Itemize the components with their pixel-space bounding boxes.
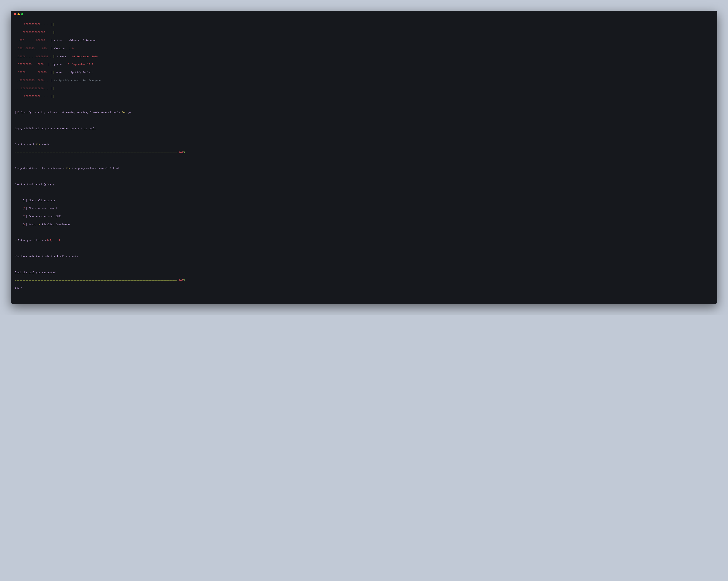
menu-item-2[interactable]: [2] Check account email: [15, 206, 713, 211]
minimize-icon[interactable]: [18, 13, 20, 16]
choice-prompt[interactable]: > Enter your choice (1-4) : 1: [15, 239, 713, 243]
name-label: Name :: [56, 71, 71, 74]
ascii-line-6: ..000000000,...0000.. || Update : 01 Sep…: [15, 62, 713, 66]
version-value: 1.0: [69, 47, 74, 50]
terminal-window: ......00000000000...... || .....00000000…: [11, 11, 717, 304]
author-label: Author :: [54, 39, 69, 42]
update-label: Update :: [53, 63, 68, 66]
ascii-line-9: ....000000000000000.... ||: [15, 87, 713, 90]
maximize-icon[interactable]: [21, 13, 23, 16]
intro-line: [!] Spotify is a digital music streaming…: [15, 111, 713, 114]
terminal-output[interactable]: ......00000000000...... || .....00000000…: [11, 17, 717, 304]
congrats-line: Congratulations, the requirements for th…: [15, 167, 713, 170]
choice-value: 1: [59, 239, 60, 242]
name-value: Spotify Toolkit: [71, 71, 93, 74]
progress-bar-2: ========================================…: [15, 279, 713, 282]
version-label: Version :: [54, 47, 69, 50]
ascii-line-5: ..00000.......00000000.. || Create : 01 …: [15, 55, 713, 59]
menu-item-1[interactable]: [1] Check all accounts: [15, 199, 713, 202]
menu-item-4[interactable]: [4] Music or Playlist Downloader: [15, 223, 713, 226]
ascii-line-2: .....000000000000000.... ||: [15, 31, 713, 34]
close-icon[interactable]: [14, 13, 16, 16]
oops-line: Oops, additional programs are needed to …: [15, 127, 713, 131]
ascii-line-10: ......00000000000...... ||: [15, 94, 713, 99]
start-check-line: Start a check for needs..: [15, 143, 713, 146]
ascii-line-8: ...0000000000..0000... || ## Spotify - M…: [15, 79, 713, 83]
create-label: Create :: [57, 55, 72, 58]
titlebar: [11, 11, 717, 17]
list-prompt[interactable]: List?: [15, 286, 713, 290]
tagline: ## Spotify - Music For Everyone: [54, 79, 101, 82]
ascii-line-1: ......00000000000...... ||: [15, 23, 713, 26]
load-line: load the tool you requested: [15, 271, 713, 275]
bang-icon: !: [17, 111, 18, 114]
menu-item-3[interactable]: [3] Create an account [US]: [15, 215, 713, 219]
see-menu-prompt[interactable]: See the tool menu? (y/n) y: [15, 183, 713, 187]
ascii-line-7: ..00000........000000.. || Name : Spotif…: [15, 71, 713, 75]
ascii-line-3: ...000........000000.. || Author : Wahyu…: [15, 38, 713, 43]
ascii-line-4: ..000..000000.....000. || Version : 1.0: [15, 47, 713, 51]
selected-line: You have selected tools Check all accoun…: [15, 255, 713, 258]
author-value: Wahyu Arif Purnomo: [69, 39, 96, 42]
progress-bar-1: ========================================…: [15, 150, 713, 155]
